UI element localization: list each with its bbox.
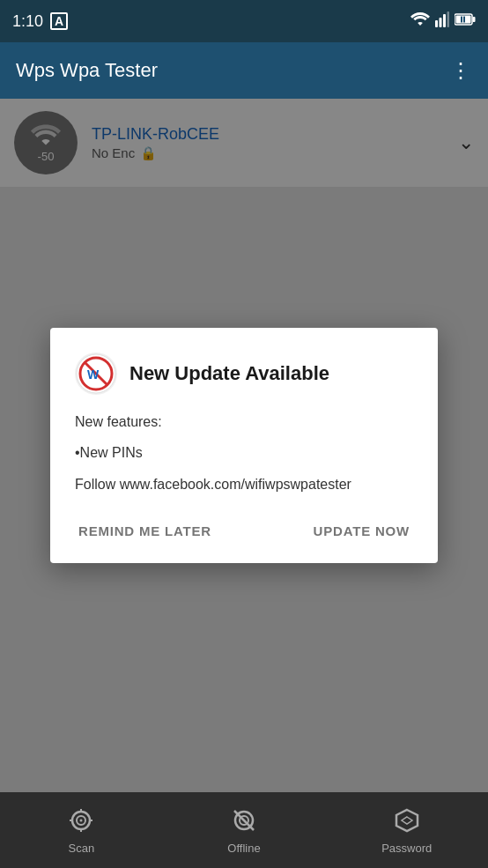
battery-icon bbox=[455, 13, 476, 29]
bottom-nav: Scan Offline Password bbox=[0, 792, 488, 868]
scan-icon bbox=[67, 806, 95, 838]
update-now-button[interactable]: UPDATE NOW bbox=[310, 516, 413, 545]
offline-icon bbox=[230, 806, 258, 838]
dialog-follow-text: Follow www.facebook.com/wifiwpswpatester bbox=[75, 473, 413, 496]
svg-rect-8 bbox=[463, 17, 465, 23]
app-bar: Wps Wpa Tester ⋮ bbox=[0, 42, 488, 99]
more-options-icon[interactable]: ⋮ bbox=[450, 58, 472, 83]
dialog-body: New features: •New PINs Follow www.faceb… bbox=[75, 411, 413, 496]
nav-item-password[interactable]: Password bbox=[325, 806, 488, 855]
status-time: 1:10 bbox=[12, 12, 43, 31]
wifi-icon bbox=[410, 11, 430, 31]
svg-rect-3 bbox=[447, 11, 450, 27]
svg-rect-6 bbox=[473, 17, 476, 22]
status-bar-right bbox=[410, 11, 476, 31]
nav-offline-label: Offline bbox=[227, 842, 260, 855]
svg-text:W: W bbox=[87, 367, 100, 382]
password-icon bbox=[393, 806, 421, 838]
svg-rect-2 bbox=[443, 14, 446, 27]
dialog-actions: REMIND ME LATER UPDATE NOW bbox=[75, 516, 413, 545]
svg-rect-0 bbox=[435, 20, 438, 27]
signal-icon bbox=[435, 11, 449, 31]
status-bar: 1:10 A bbox=[0, 0, 488, 42]
nav-item-scan[interactable]: Scan bbox=[0, 806, 163, 855]
dialog-feature1: •New PINs bbox=[75, 441, 413, 464]
nav-scan-label: Scan bbox=[69, 842, 95, 855]
dialog-overlay: W New Update Available New features: •Ne… bbox=[0, 99, 488, 792]
svg-point-16 bbox=[80, 819, 83, 821]
nav-item-offline[interactable]: Offline bbox=[163, 806, 326, 855]
dialog-title: New Update Available bbox=[129, 362, 329, 385]
svg-rect-1 bbox=[440, 18, 442, 27]
keyboard-icon: A bbox=[50, 12, 68, 30]
dialog-features-label: New features: bbox=[75, 411, 413, 434]
dialog-header: W New Update Available bbox=[75, 352, 413, 395]
status-bar-left: 1:10 A bbox=[12, 12, 68, 31]
app-logo: W bbox=[75, 352, 117, 395]
remind-later-button[interactable]: REMIND ME LATER bbox=[75, 516, 215, 545]
main-content: -50 TP-LINK-RobCEE No Enc 🔒 ⌄ bbox=[0, 99, 488, 792]
svg-rect-7 bbox=[461, 17, 462, 23]
nav-password-label: Password bbox=[381, 842, 432, 855]
app-title: Wps Wpa Tester bbox=[16, 59, 158, 82]
update-dialog: W New Update Available New features: •Ne… bbox=[50, 328, 438, 564]
